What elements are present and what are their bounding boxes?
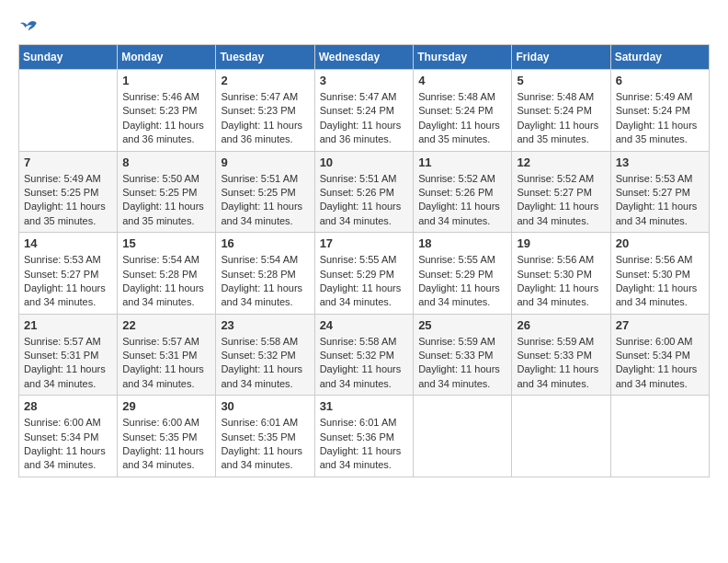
calendar-header-thursday: Thursday — [414, 45, 512, 70]
page-header — [18, 18, 710, 35]
day-number: 14 — [24, 236, 112, 250]
day-number: 22 — [122, 318, 210, 332]
day-info: Sunrise: 6:00 AMSunset: 5:34 PMDaylight:… — [24, 416, 112, 473]
day-number: 3 — [320, 74, 409, 87]
day-info: Sunrise: 5:47 AMSunset: 5:24 PMDaylight:… — [320, 90, 409, 147]
day-number: 4 — [418, 74, 506, 87]
calendar-cell: 12Sunrise: 5:52 AMSunset: 5:27 PMDayligh… — [512, 151, 610, 233]
calendar-cell: 30Sunrise: 6:01 AMSunset: 5:35 PMDayligh… — [216, 396, 314, 477]
calendar-header-friday: Friday — [512, 45, 610, 70]
day-info: Sunrise: 5:49 AMSunset: 5:24 PMDaylight:… — [616, 90, 704, 147]
day-info: Sunrise: 5:58 AMSunset: 5:32 PMDaylight:… — [320, 335, 409, 392]
day-info: Sunrise: 5:55 AMSunset: 5:29 PMDaylight:… — [418, 253, 506, 310]
day-info: Sunrise: 5:51 AMSunset: 5:26 PMDaylight:… — [320, 172, 409, 229]
calendar-cell: 25Sunrise: 5:59 AMSunset: 5:33 PMDayligh… — [414, 314, 512, 396]
day-number: 11 — [418, 155, 506, 169]
day-info: Sunrise: 5:53 AMSunset: 5:27 PMDaylight:… — [24, 253, 112, 310]
day-number: 2 — [221, 74, 309, 87]
day-number: 28 — [24, 399, 112, 413]
calendar-week-row: 28Sunrise: 6:00 AMSunset: 5:34 PMDayligh… — [19, 396, 710, 477]
day-info: Sunrise: 5:56 AMSunset: 5:30 PMDaylight:… — [517, 253, 605, 310]
calendar-cell: 4Sunrise: 5:48 AMSunset: 5:24 PMDaylight… — [414, 70, 512, 152]
calendar-cell: 14Sunrise: 5:53 AMSunset: 5:27 PMDayligh… — [19, 233, 118, 315]
day-number: 26 — [517, 318, 605, 332]
calendar-cell: 20Sunrise: 5:56 AMSunset: 5:30 PMDayligh… — [610, 233, 709, 315]
calendar-cell: 21Sunrise: 5:57 AMSunset: 5:31 PMDayligh… — [19, 314, 118, 396]
day-info: Sunrise: 6:00 AMSunset: 5:35 PMDaylight:… — [122, 416, 210, 473]
day-info: Sunrise: 5:49 AMSunset: 5:25 PMDaylight:… — [24, 172, 112, 229]
calendar-cell: 3Sunrise: 5:47 AMSunset: 5:24 PMDaylight… — [314, 70, 414, 152]
day-info: Sunrise: 5:57 AMSunset: 5:31 PMDaylight:… — [122, 335, 210, 392]
calendar-cell: 5Sunrise: 5:48 AMSunset: 5:24 PMDaylight… — [512, 70, 610, 152]
day-number: 19 — [517, 236, 605, 250]
day-info: Sunrise: 5:48 AMSunset: 5:24 PMDaylight:… — [418, 90, 506, 147]
day-info: Sunrise: 5:46 AMSunset: 5:23 PMDaylight:… — [122, 90, 210, 147]
calendar-week-row: 1Sunrise: 5:46 AMSunset: 5:23 PMDaylight… — [19, 70, 710, 152]
calendar-header-sunday: Sunday — [19, 45, 118, 70]
calendar-cell: 1Sunrise: 5:46 AMSunset: 5:23 PMDaylight… — [118, 70, 216, 152]
day-number: 31 — [320, 399, 409, 413]
day-info: Sunrise: 5:50 AMSunset: 5:25 PMDaylight:… — [122, 172, 210, 229]
calendar-week-row: 14Sunrise: 5:53 AMSunset: 5:27 PMDayligh… — [19, 233, 710, 315]
calendar-cell — [610, 396, 709, 477]
day-number: 7 — [24, 155, 112, 169]
logo-bird-icon — [20, 18, 37, 35]
day-number: 25 — [418, 318, 506, 332]
day-number: 20 — [616, 236, 704, 250]
calendar-header-monday: Monday — [118, 45, 216, 70]
day-number: 1 — [122, 74, 210, 87]
day-number: 8 — [122, 155, 210, 169]
calendar-cell: 16Sunrise: 5:54 AMSunset: 5:28 PMDayligh… — [216, 233, 314, 315]
calendar-cell: 23Sunrise: 5:58 AMSunset: 5:32 PMDayligh… — [216, 314, 314, 396]
calendar-cell — [414, 396, 512, 477]
calendar-cell: 17Sunrise: 5:55 AMSunset: 5:29 PMDayligh… — [314, 233, 414, 315]
day-info: Sunrise: 5:48 AMSunset: 5:24 PMDaylight:… — [517, 90, 605, 147]
day-number: 27 — [616, 318, 704, 332]
day-number: 17 — [320, 236, 409, 250]
day-number: 10 — [320, 155, 409, 169]
day-number: 6 — [616, 74, 704, 87]
calendar-cell: 11Sunrise: 5:52 AMSunset: 5:26 PMDayligh… — [414, 151, 512, 233]
calendar-week-row: 21Sunrise: 5:57 AMSunset: 5:31 PMDayligh… — [19, 314, 710, 396]
calendar-header-wednesday: Wednesday — [314, 45, 414, 70]
day-info: Sunrise: 5:53 AMSunset: 5:27 PMDaylight:… — [616, 172, 704, 229]
calendar-header-row: SundayMondayTuesdayWednesdayThursdayFrid… — [19, 45, 710, 70]
day-number: 23 — [221, 318, 309, 332]
day-info: Sunrise: 5:52 AMSunset: 5:27 PMDaylight:… — [517, 172, 605, 229]
calendar-cell: 19Sunrise: 5:56 AMSunset: 5:30 PMDayligh… — [512, 233, 610, 315]
day-number: 13 — [616, 155, 704, 169]
day-info: Sunrise: 5:57 AMSunset: 5:31 PMDaylight:… — [24, 335, 112, 392]
calendar-cell — [512, 396, 610, 477]
calendar-cell: 18Sunrise: 5:55 AMSunset: 5:29 PMDayligh… — [414, 233, 512, 315]
calendar-cell: 6Sunrise: 5:49 AMSunset: 5:24 PMDaylight… — [610, 70, 709, 152]
calendar-cell: 8Sunrise: 5:50 AMSunset: 5:25 PMDaylight… — [118, 151, 216, 233]
day-number: 9 — [221, 155, 309, 169]
day-number: 16 — [221, 236, 309, 250]
calendar-cell — [19, 70, 118, 152]
calendar-cell: 9Sunrise: 5:51 AMSunset: 5:25 PMDaylight… — [216, 151, 314, 233]
day-info: Sunrise: 5:54 AMSunset: 5:28 PMDaylight:… — [122, 253, 210, 310]
day-info: Sunrise: 5:52 AMSunset: 5:26 PMDaylight:… — [418, 172, 506, 229]
day-number: 30 — [221, 399, 309, 413]
day-info: Sunrise: 5:51 AMSunset: 5:25 PMDaylight:… — [221, 172, 309, 229]
calendar-cell: 28Sunrise: 6:00 AMSunset: 5:34 PMDayligh… — [19, 396, 118, 477]
day-number: 15 — [122, 236, 210, 250]
day-number: 24 — [320, 318, 409, 332]
day-info: Sunrise: 5:59 AMSunset: 5:33 PMDaylight:… — [517, 335, 605, 392]
day-info: Sunrise: 5:59 AMSunset: 5:33 PMDaylight:… — [418, 335, 506, 392]
day-info: Sunrise: 6:00 AMSunset: 5:34 PMDaylight:… — [616, 335, 704, 392]
calendar-table: SundayMondayTuesdayWednesdayThursdayFrid… — [18, 44, 710, 477]
day-info: Sunrise: 6:01 AMSunset: 5:35 PMDaylight:… — [221, 416, 309, 473]
day-number: 5 — [517, 74, 605, 87]
calendar-header-saturday: Saturday — [610, 45, 709, 70]
day-info: Sunrise: 5:54 AMSunset: 5:28 PMDaylight:… — [221, 253, 309, 310]
day-info: Sunrise: 6:01 AMSunset: 5:36 PMDaylight:… — [320, 416, 409, 473]
calendar-cell: 13Sunrise: 5:53 AMSunset: 5:27 PMDayligh… — [610, 151, 709, 233]
day-info: Sunrise: 5:47 AMSunset: 5:23 PMDaylight:… — [221, 90, 309, 147]
logo — [18, 18, 37, 35]
calendar-cell: 10Sunrise: 5:51 AMSunset: 5:26 PMDayligh… — [314, 151, 414, 233]
calendar-cell: 2Sunrise: 5:47 AMSunset: 5:23 PMDaylight… — [216, 70, 314, 152]
calendar-cell: 29Sunrise: 6:00 AMSunset: 5:35 PMDayligh… — [118, 396, 216, 477]
calendar-cell: 22Sunrise: 5:57 AMSunset: 5:31 PMDayligh… — [118, 314, 216, 396]
calendar-cell: 7Sunrise: 5:49 AMSunset: 5:25 PMDaylight… — [19, 151, 118, 233]
